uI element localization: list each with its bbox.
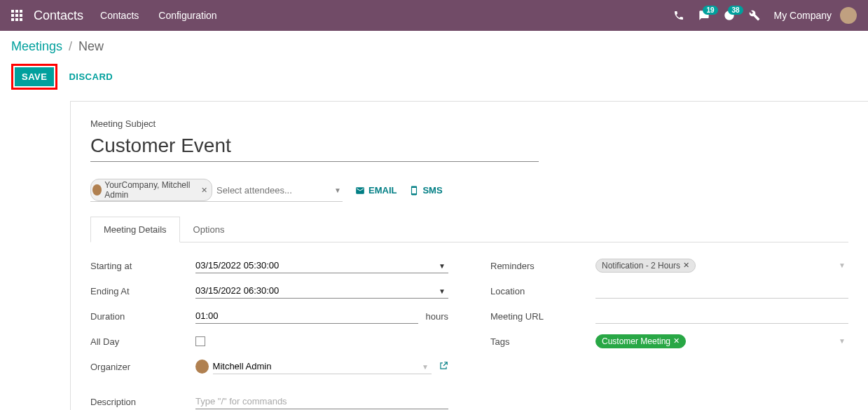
tabs: Meeting Details Options [90,216,848,242]
svg-rect-3 [11,14,14,17]
subject-input[interactable] [90,132,539,162]
details-left-column: Starting at ▼ Ending At ▼ Duration hours [90,257,448,410]
starting-at-label: Starting at [90,261,195,271]
save-highlight-box: SAVE [11,64,57,90]
reminder-chip: Notification - 2 Hours ✕ [595,259,696,273]
avatar-icon [195,360,209,374]
tag-chip: Customer Meeting ✕ [595,334,686,348]
company-selector[interactable]: My Company [774,10,832,21]
duration-label: Duration [90,311,195,322]
svg-rect-2 [20,10,22,13]
breadcrumb-parent[interactable]: Meetings [11,39,62,53]
discard-button[interactable]: DISCARD [69,71,113,82]
tab-options[interactable]: Options [180,217,238,242]
reminders-field[interactable]: Notification - 2 Hours ✕ ▼ [595,259,848,273]
starting-at-input[interactable] [195,258,448,273]
svg-rect-6 [11,18,14,21]
svg-rect-8 [20,18,22,21]
breadcrumb-current: New [78,39,104,53]
avatar-icon [92,184,102,196]
description-label: Description [90,397,195,407]
remove-reminder-icon[interactable]: ✕ [683,261,689,270]
phone-icon[interactable] [673,10,684,21]
location-label: Location [490,286,595,296]
reminders-label: Reminders [490,261,595,271]
attendees-input[interactable] [216,185,334,196]
action-bar: SAVE DISCARD [11,64,857,90]
tags-label: Tags [490,336,595,347]
organizer-label: Organizer [90,362,195,372]
chevron-down-icon[interactable]: ▼ [334,186,341,194]
attendee-chip: YourCompany, Mitchell Admin ✕ [90,179,212,201]
svg-rect-1 [15,10,18,13]
duration-suffix: hours [425,311,448,322]
attendee-chip-label: YourCompany, Mitchell Admin [104,180,197,200]
organizer-field[interactable]: ▼ [195,359,432,374]
user-avatar[interactable] [840,7,857,24]
nav-contacts[interactable]: Contacts [100,10,139,21]
chevron-down-icon: ▼ [839,261,846,269]
remove-tag-icon[interactable]: ✕ [673,336,680,346]
svg-rect-7 [15,18,18,21]
svg-rect-0 [11,10,14,13]
debug-icon[interactable] [749,10,760,21]
breadcrumb: Meetings / New [11,39,857,54]
app-name[interactable]: Contacts [34,8,83,23]
messages-icon[interactable]: 19 [698,10,710,21]
messages-badge: 19 [703,6,717,15]
all-day-label: All Day [90,336,195,347]
mobile-icon [409,186,419,196]
svg-rect-5 [20,14,22,17]
chevron-down-icon: ▼ [839,337,846,345]
meeting-url-input[interactable] [595,308,848,324]
activities-badge: 38 [728,6,743,15]
ending-at-label: Ending At [90,286,195,296]
ending-at-field[interactable]: ▼ [195,283,448,299]
meeting-url-label: Meeting URL [490,311,595,322]
location-input[interactable] [595,283,848,299]
save-button[interactable]: SAVE [15,67,54,86]
all-day-checkbox[interactable] [195,336,205,346]
ending-at-input[interactable] [195,283,448,299]
apps-icon[interactable] [11,10,22,21]
control-panel: Meetings / New SAVE DISCARD [0,31,868,95]
starting-at-field[interactable]: ▼ [195,258,448,273]
remove-attendee-icon[interactable]: ✕ [201,186,207,195]
envelope-icon [355,186,365,196]
form-sheet: Meeting Subject YourCompany, Mitchell Ad… [70,101,868,410]
attendees-field[interactable]: YourCompany, Mitchell Admin ✕ ▼ [90,179,343,202]
nav-configuration[interactable]: Configuration [158,10,216,21]
svg-rect-4 [15,14,18,17]
top-navbar: Contacts Contacts Configuration 19 38 My… [0,0,868,31]
details-right-column: Reminders Notification - 2 Hours ✕ ▼ Loc… [490,257,848,410]
subject-label: Meeting Subject [90,118,848,129]
sms-button[interactable]: SMS [409,185,442,196]
email-button[interactable]: EMAIL [355,185,397,196]
tags-field[interactable]: Customer Meeting ✕ ▼ [595,334,848,349]
external-link-icon[interactable] [439,361,448,373]
description-input[interactable] [195,394,448,409]
organizer-input[interactable] [213,359,432,374]
duration-input[interactable] [195,308,418,324]
tab-meeting-details[interactable]: Meeting Details [90,217,180,242]
activities-icon[interactable]: 38 [724,10,735,21]
